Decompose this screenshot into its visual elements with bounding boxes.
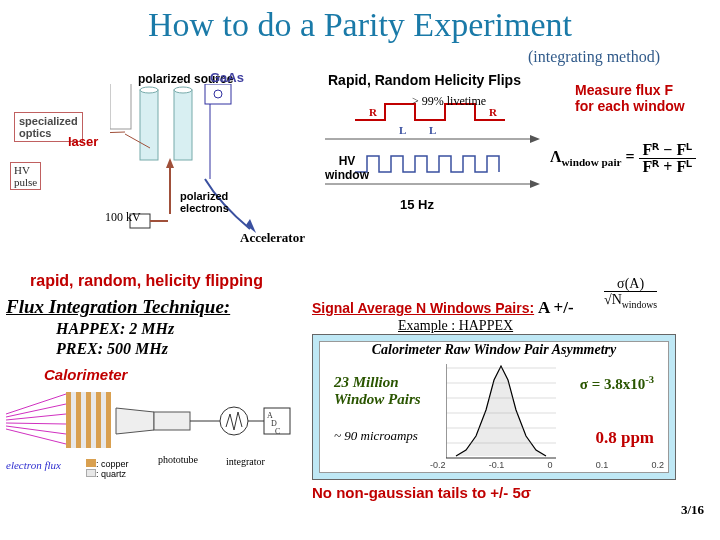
rapid-flips-title: Rapid, Random Helicity Flips [328, 72, 521, 88]
gaussian-histogram [446, 358, 556, 466]
svg-point-3 [174, 87, 192, 93]
svg-marker-7 [166, 158, 174, 168]
frequency-15hz-label: 15 Hz [400, 197, 434, 212]
svg-marker-18 [530, 135, 540, 143]
svg-rect-30 [91, 392, 96, 448]
phototube-label: phototube [158, 454, 198, 465]
polarized-electrons-label: polarized electrons [180, 190, 229, 214]
happex-rate: HAPPEX: 2 MHz [56, 320, 174, 338]
signal-average-label: Signal Average N Windows Pairs: A +/- [312, 298, 574, 318]
svg-line-13 [110, 132, 125, 134]
gaas-label: GaAs [210, 70, 244, 85]
electron-flux-label: electron flux [6, 459, 61, 471]
calorimeter-diagram: A D C [6, 384, 296, 464]
svg-text:L: L [399, 124, 406, 136]
page-number: 3/16 [681, 502, 704, 518]
voltage-100kv-label: 100 kV [105, 210, 141, 225]
accelerator-label: Accelerator [240, 230, 305, 246]
svg-rect-33 [106, 392, 111, 448]
bottom-section: Flux Integration Technique: HAPPEX: 2 MH… [6, 294, 716, 524]
material-legend: : copper : quartz [86, 459, 129, 479]
flux-technique-title: Flux Integration Technique: [6, 296, 230, 318]
svg-rect-34 [154, 412, 190, 430]
svg-text:R: R [489, 106, 498, 118]
svg-rect-29 [86, 392, 91, 448]
measure-flux-label: Measure flux F for each window [575, 82, 685, 114]
laser-label: laser [68, 134, 98, 149]
svg-rect-28 [81, 392, 86, 448]
svg-text:L: L [429, 124, 436, 136]
hist-ppm-label: 0.8 ppm [595, 428, 654, 448]
histogram-title: Calorimeter Raw Window Pair Asymmetry [320, 342, 668, 358]
hist-entries-label: 23 Million Window Pairs [334, 374, 421, 408]
svg-rect-32 [101, 392, 106, 448]
hist-x-axis: -0.2-0.1 00.1 0.2 [430, 460, 664, 470]
hist-current-label: ~ 90 microamps [334, 428, 418, 444]
hv-pulse-label: HV pulse [10, 162, 41, 190]
svg-point-36 [220, 407, 248, 435]
svg-rect-1 [174, 90, 192, 160]
hist-sigma-label: σ = 3.8x10-3 [580, 374, 654, 393]
page-title: How to do a Parity Experiment [0, 6, 720, 44]
svg-rect-12 [110, 84, 131, 129]
sigma-formula: σ(A) √Nwindows [604, 276, 657, 311]
flip-caption: rapid, random, helicity flipping [30, 272, 263, 290]
svg-rect-31 [96, 392, 101, 448]
example-label: Example : HAPPEX [398, 318, 513, 334]
svg-text:R: R [369, 106, 378, 118]
livetime-label: > 99% livetime [412, 94, 486, 109]
top-diagram-section: specialized optics polarized source GaAs… [10, 72, 710, 282]
svg-marker-24 [530, 180, 540, 188]
svg-rect-26 [71, 392, 76, 448]
svg-rect-27 [76, 392, 81, 448]
svg-rect-25 [66, 392, 71, 448]
svg-point-5 [214, 90, 222, 98]
svg-text:C: C [275, 427, 280, 436]
calorimeter-label: Calorimeter [44, 366, 127, 383]
histogram-panel: Calorimeter Raw Window Pair Asymmetry 23… [312, 334, 676, 480]
prex-rate: PREX: 500 MHz [56, 340, 168, 358]
svg-rect-0 [140, 90, 158, 160]
svg-point-2 [140, 87, 158, 93]
non-gaussian-caption: No non-gaussian tails to +/- 5σ [312, 484, 531, 501]
integrator-label: integrator [226, 456, 265, 467]
asymmetry-formula: Λwindow pair = Fᴿ − Fᴸ Fᴿ + Fᴸ [550, 142, 696, 175]
hv-window-label: HV window [325, 154, 369, 182]
subtitle: (integrating method) [528, 48, 660, 66]
